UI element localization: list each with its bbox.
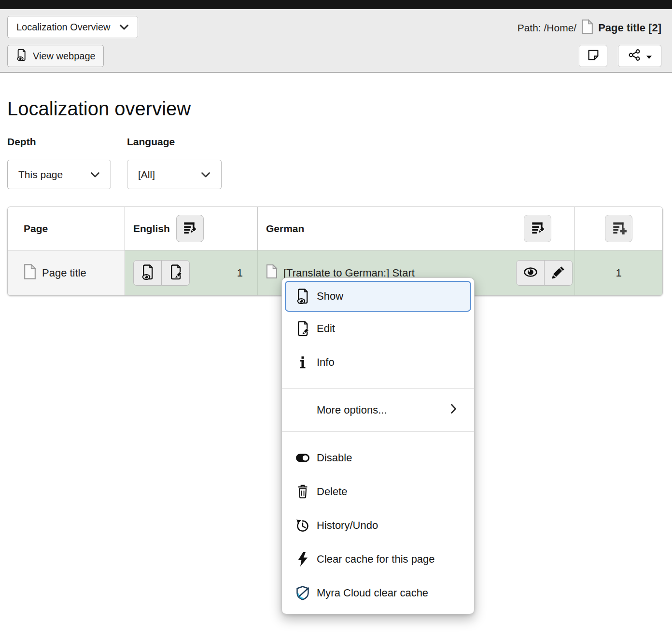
caret-down-icon xyxy=(646,51,652,62)
menu-item-label: More options... xyxy=(317,404,387,416)
english-count: 1 xyxy=(237,267,243,279)
menu-item-label: Delete xyxy=(317,485,348,498)
german-count: 1 xyxy=(616,267,621,279)
column-header-page-label: Page xyxy=(24,223,48,235)
top-black-bar xyxy=(0,0,672,9)
edit-all-english-button[interactable] xyxy=(176,215,204,242)
path-prefix: Path: /Home/ xyxy=(518,22,577,34)
view-page-icon xyxy=(294,288,311,304)
history-icon xyxy=(294,518,311,533)
eye-icon xyxy=(522,264,539,281)
depth-label: Depth xyxy=(7,136,36,148)
view-webpage-button[interactable]: View webpage xyxy=(7,45,104,67)
context-menu-item-edit[interactable]: Edit xyxy=(282,312,474,346)
chevron-right-icon xyxy=(450,403,457,417)
context-menu-item-myra-clear-cache[interactable]: Myra Cloud clear cache xyxy=(282,576,474,610)
share-dropdown-button[interactable] xyxy=(618,45,661,67)
column-header-actions xyxy=(575,207,662,250)
view-page-icon xyxy=(140,264,155,282)
view-english-page-button[interactable] xyxy=(133,260,162,286)
context-menu-item-disable[interactable]: Disable xyxy=(282,441,474,475)
menu-divider xyxy=(282,431,474,432)
info-icon xyxy=(294,355,311,370)
page-title-cell-label[interactable]: Page title xyxy=(42,267,86,279)
current-page-reference[interactable]: Page title [2] xyxy=(598,22,661,34)
cell-german-count: 1 xyxy=(575,250,662,295)
language-label: Language xyxy=(127,136,175,148)
column-header-english-label: English xyxy=(133,223,170,235)
column-header-english: English xyxy=(125,207,258,250)
table-header-row: Page English xyxy=(8,207,662,250)
menu-item-label: Edit xyxy=(317,322,335,335)
page-title: Localization overview xyxy=(7,98,191,120)
context-menu-item-clear-cache-page[interactable]: Clear cache for this page xyxy=(282,542,474,576)
menu-item-label: Disable xyxy=(317,452,352,464)
language-select-value: [All] xyxy=(138,169,155,180)
menu-item-label: Myra Cloud clear cache xyxy=(317,587,428,599)
note-button[interactable] xyxy=(579,45,607,67)
edit-page-icon xyxy=(168,264,183,282)
menu-item-label: Clear cache for this page xyxy=(317,553,435,566)
page-icon xyxy=(266,264,278,282)
view-page-icon xyxy=(15,48,28,64)
context-menu: Show Edit Info xyxy=(281,277,475,614)
menu-item-label: Info xyxy=(317,356,335,369)
context-menu-item-info[interactable]: Info xyxy=(282,346,474,379)
page-icon xyxy=(581,19,593,37)
english-action-buttons xyxy=(133,260,190,286)
german-action-buttons xyxy=(516,260,573,286)
context-menu-item-more-options[interactable]: More options... xyxy=(282,389,474,431)
edit-page-icon xyxy=(294,320,311,337)
view-webpage-label: View webpage xyxy=(33,51,96,62)
context-menu-item-show[interactable]: Show xyxy=(285,281,471,312)
chevron-down-icon xyxy=(119,22,129,33)
app-window: Localization Overview View webpage Path:… xyxy=(0,0,672,636)
depth-select-value: This page xyxy=(18,169,63,180)
breadcrumb: Path: /Home/ Page title [2] xyxy=(518,20,661,36)
edit-all-german-button[interactable] xyxy=(524,215,551,242)
edit-german-button[interactable] xyxy=(544,260,573,286)
pencil-icon xyxy=(550,264,567,282)
shield-icon xyxy=(294,585,311,601)
page-icon xyxy=(24,263,36,283)
trash-icon xyxy=(294,484,311,500)
column-header-page: Page xyxy=(8,207,125,250)
column-header-german: German xyxy=(258,207,575,250)
cell-english: 1 xyxy=(125,250,258,295)
context-menu-item-history-undo[interactable]: History/Undo xyxy=(282,509,474,542)
column-header-german-label: German xyxy=(266,223,304,235)
cell-page: Page title xyxy=(8,250,125,295)
toggle-icon xyxy=(294,450,311,466)
add-document-icon xyxy=(611,220,627,237)
module-select-label: Localization Overview xyxy=(16,22,111,33)
add-translation-button[interactable] xyxy=(605,215,632,242)
depth-select[interactable]: This page xyxy=(7,160,111,189)
edit-list-icon xyxy=(182,220,198,237)
view-german-button[interactable] xyxy=(516,260,545,286)
context-menu-item-delete[interactable]: Delete xyxy=(282,475,474,509)
menu-item-label: History/Undo xyxy=(317,519,378,532)
module-toolbar: Localization Overview View webpage Path:… xyxy=(0,9,672,73)
language-select[interactable]: [All] xyxy=(127,160,222,189)
edit-english-page-button[interactable] xyxy=(161,260,190,286)
bolt-icon xyxy=(294,552,311,567)
menu-item-label: Show xyxy=(317,290,343,303)
edit-list-icon xyxy=(530,220,546,237)
chevron-down-icon xyxy=(201,169,210,180)
note-icon xyxy=(586,48,601,65)
chevron-down-icon xyxy=(90,169,100,180)
share-icon xyxy=(627,48,642,65)
module-select-dropdown[interactable]: Localization Overview xyxy=(7,16,138,38)
